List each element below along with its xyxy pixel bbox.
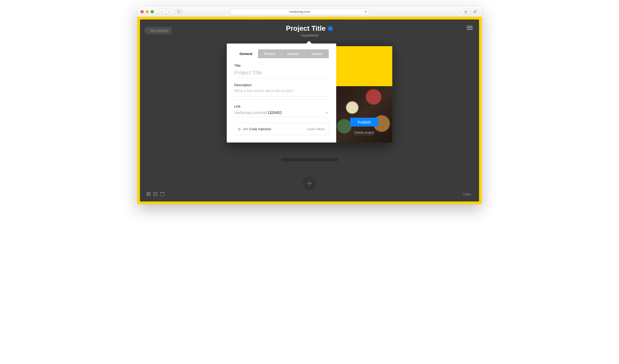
reload-icon[interactable]: ⟳ <box>365 10 367 14</box>
settings-popover: General Privacy Domain Viewer Title Desc… <box>227 43 392 143</box>
title-label: Title <box>234 64 329 68</box>
preview-panel: Publish Delete project <box>336 43 392 143</box>
sidebar-icon <box>177 10 181 13</box>
plus-icon: + <box>307 178 312 189</box>
delete-label: Delete project <box>354 131 374 134</box>
title-input[interactable] <box>234 69 329 78</box>
back-label: My projects <box>151 29 168 33</box>
publish-button[interactable]: Publish <box>350 118 378 126</box>
check-icon: ✓ <box>326 110 329 115</box>
menu-button[interactable] <box>467 26 473 30</box>
link-value: 1320452 <box>267 110 282 115</box>
link-prefix: readymag.com/etat/ <box>234 110 267 115</box>
description-field: Description <box>234 83 329 100</box>
view-mode-switcher <box>146 192 164 196</box>
browser-window: ‹ › readymag.com ⟳ + <box>137 7 482 204</box>
project-header: Project Title Unpublished <box>286 24 333 37</box>
url-bar[interactable]: readymag.com ⟳ <box>230 9 369 15</box>
settings-tabs: General Privacy Domain Viewer <box>234 49 329 58</box>
settings-panel: General Privacy Domain Viewer Title Desc… <box>227 43 336 143</box>
view-grid-icon[interactable] <box>153 192 158 196</box>
close-icon[interactable] <box>140 10 144 13</box>
project-title: Project Title <box>286 24 326 33</box>
svg-rect-0 <box>177 10 181 13</box>
tab-general[interactable]: General <box>234 49 258 58</box>
description-label: Description <box>234 83 329 87</box>
back-to-projects-button[interactable]: My projects <box>146 27 171 34</box>
link-input[interactable]: readymag.com/etat/ 1320452 ✓ <box>234 109 329 117</box>
tabs-button[interactable] <box>471 9 479 15</box>
maximize-icon[interactable] <box>151 10 154 13</box>
app-frame: My projects Project Title Unpublished <box>137 17 482 204</box>
publish-label: Publish <box>358 120 371 124</box>
help-menu[interactable]: Help <box>463 192 473 196</box>
tabs-icon <box>473 10 477 13</box>
title-field: Title <box>234 64 329 78</box>
svg-rect-4 <box>474 10 476 13</box>
nav-back-button[interactable]: ‹ <box>158 9 166 15</box>
app-canvas: My projects Project Title Unpublished <box>140 19 479 201</box>
code-injection-label: </> Code Injection <box>243 127 271 131</box>
link-field: Link readymag.com/etat/ 1320452 ✓ <box>234 104 329 117</box>
preview-highlight <box>336 46 392 86</box>
view-single-icon[interactable] <box>146 192 151 196</box>
view-stack-icon[interactable] <box>160 192 164 196</box>
svg-rect-3 <box>473 11 476 13</box>
nav-forward-button[interactable]: › <box>166 9 173 15</box>
nav-back-forward: ‹ › <box>158 9 173 15</box>
window-controls <box>140 10 154 13</box>
share-button[interactable] <box>462 9 469 15</box>
tab-viewer[interactable]: Viewer <box>305 49 329 58</box>
page-stack-shadow <box>281 158 338 161</box>
tab-privacy[interactable]: Privacy <box>258 49 282 58</box>
code-injection-row[interactable]: </> Code Injection Learn More <box>234 123 329 135</box>
minimize-icon[interactable] <box>146 10 149 13</box>
code-learn-more-link[interactable]: Learn More <box>307 127 325 131</box>
gear-icon <box>328 26 333 31</box>
url-text: readymag.com <box>289 10 310 14</box>
description-input[interactable] <box>234 88 329 96</box>
link-label: Link <box>234 104 329 108</box>
code-toggle-icon <box>238 128 240 130</box>
project-status: Unpublished <box>286 34 333 37</box>
add-page-button[interactable]: + <box>302 176 317 191</box>
settings-button[interactable] <box>328 26 333 31</box>
help-label: Help <box>463 192 471 196</box>
delete-project-link[interactable]: Delete project <box>354 131 374 135</box>
browser-toolbar: ‹ › readymag.com ⟳ <box>137 7 482 17</box>
share-icon <box>464 10 467 13</box>
hamburger-icon <box>467 26 473 26</box>
tab-domain[interactable]: Domain <box>282 49 305 58</box>
sidebar-toggle-button[interactable] <box>175 9 183 15</box>
